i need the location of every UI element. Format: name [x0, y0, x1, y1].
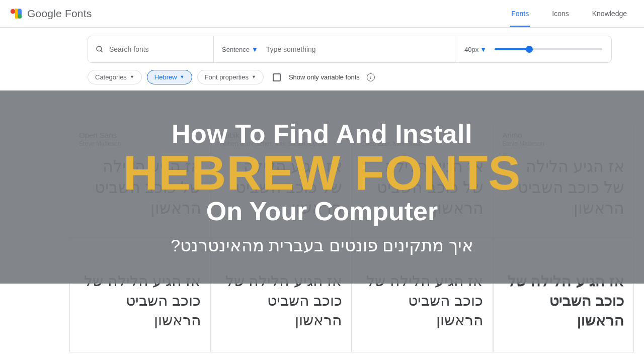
search-box[interactable]	[88, 36, 214, 62]
svg-point-4	[97, 46, 102, 51]
nav-knowledge[interactable]: Knowledge	[591, 1, 628, 27]
chevron-down-icon: ▼	[130, 75, 134, 79]
main-nav: Fonts Icons Knowledge	[510, 1, 628, 27]
slider-thumb[interactable]	[526, 46, 533, 53]
size-value: 40px	[464, 46, 478, 53]
preview-mode-dropdown[interactable]: Sentence ▼	[222, 46, 258, 53]
preview-text-input[interactable]	[266, 45, 447, 53]
size-dropdown[interactable]: 40px ▼	[464, 46, 487, 53]
svg-point-0	[11, 9, 16, 14]
overlay-line-1: How To Find And Install	[172, 119, 472, 149]
search-input[interactable]	[109, 45, 206, 53]
chip-label: Categories	[95, 73, 127, 81]
size-box: 40px ▼	[455, 36, 611, 62]
svg-rect-3	[18, 14, 22, 19]
nav-icons[interactable]: Icons	[551, 1, 570, 27]
title-overlay: How To Find And Install HEBREW FONTS On …	[0, 90, 644, 284]
font-properties-chip[interactable]: Font properties ▼	[197, 70, 264, 84]
svg-line-5	[101, 50, 103, 52]
variable-fonts-checkbox[interactable]	[273, 73, 281, 81]
chevron-down-icon: ▼	[480, 46, 487, 53]
overlay-line-2: HEBREW FONTS	[123, 148, 521, 199]
search-toolbar: Sentence ▼ 40px ▼	[88, 36, 612, 63]
variable-fonts-label[interactable]: Show only variable fonts	[289, 73, 360, 81]
brand-name: Google Fonts	[27, 8, 92, 20]
filter-row: Categories ▼ Hebrew ▼ Font properties ▼ …	[88, 70, 612, 84]
brand[interactable]: Google Fonts	[9, 7, 92, 20]
chevron-down-icon: ▼	[180, 75, 185, 79]
categories-chip[interactable]: Categories ▼	[88, 70, 142, 84]
search-icon	[95, 45, 104, 54]
nav-fonts[interactable]: Fonts	[510, 1, 530, 27]
preview-box: Sentence ▼	[214, 36, 455, 62]
header: Google Fonts Fonts Icons Knowledge	[0, 0, 644, 28]
chip-label: Font properties	[205, 73, 249, 81]
chevron-down-icon: ▼	[252, 75, 256, 79]
info-icon[interactable]: i	[367, 73, 375, 81]
chevron-down-icon: ▼	[252, 46, 258, 53]
slider-fill	[495, 48, 529, 50]
overlay-line-3: On Your Computer	[206, 196, 438, 226]
language-chip[interactable]: Hebrew ▼	[147, 70, 192, 84]
chip-label: Hebrew	[154, 73, 177, 81]
preview-mode-label: Sentence	[222, 46, 250, 53]
size-slider[interactable]	[495, 48, 602, 50]
overlay-line-4: איך מתקינים פונטים בעברית מהאינטרנט?	[171, 235, 473, 255]
google-fonts-logo-icon	[9, 7, 22, 20]
